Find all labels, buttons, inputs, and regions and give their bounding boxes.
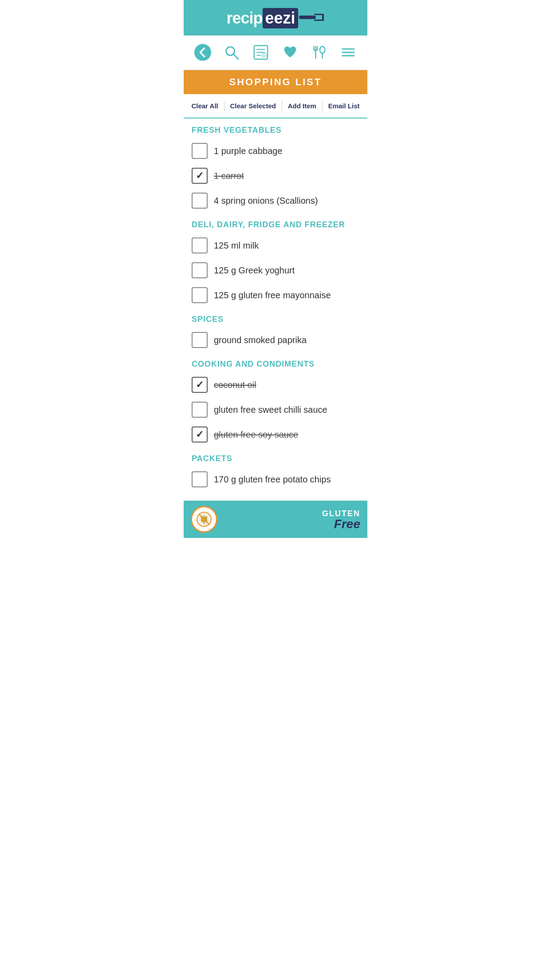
checkbox-0-0[interactable] (192, 143, 208, 159)
svg-rect-0 (299, 16, 316, 19)
menu-button[interactable] (338, 42, 359, 63)
list-item: coconut oil (190, 372, 361, 397)
clear-all-button[interactable]: Clear All (189, 100, 220, 111)
favorites-button[interactable] (279, 42, 301, 63)
add-item-button[interactable]: Add Item (285, 100, 319, 111)
category-header-0: FRESH VEGETABLES (190, 119, 361, 138)
shopping-list: FRESH VEGETABLES1 purple cabbage1 carrot… (184, 119, 367, 492)
checkbox-1-2[interactable] (192, 287, 208, 303)
category-header-2: SPICES (190, 308, 361, 328)
coeliac-badge-icon (197, 512, 212, 527)
svg-rect-11 (262, 53, 267, 57)
item-text-3-1: gluten free sweet chilli sauce (214, 404, 327, 415)
category-header-3: COOKING AND CONDIMENTS (190, 352, 361, 372)
action-bar: Clear All Clear Selected Add Item Email … (184, 94, 367, 119)
app-header: recip eezi (184, 0, 367, 36)
item-text-1-0: 125 ml milk (214, 240, 259, 251)
checkbox-1-0[interactable] (192, 237, 208, 253)
navigation-bar (184, 36, 367, 70)
app-logo: recip eezi (226, 8, 324, 28)
checkbox-3-0[interactable] (192, 377, 208, 393)
svg-point-14 (320, 47, 325, 53)
list-item: gluten free sweet chilli sauce (190, 397, 361, 422)
logo-highlight: eezi (263, 8, 298, 28)
item-text-1-2: 125 g gluten free mayonnaise (214, 290, 331, 300)
checkbox-2-0[interactable] (192, 332, 208, 348)
coeliac-badge (191, 506, 217, 533)
list-item: gluten free soy sauce (190, 422, 361, 447)
divider-3 (322, 101, 323, 111)
list-item: 125 ml milk (190, 233, 361, 258)
app-footer: GLUTEN Free (184, 501, 367, 538)
section-title: SHOPPING LIST (193, 76, 358, 88)
spatula-icon (298, 9, 325, 27)
search-button[interactable] (221, 42, 242, 63)
item-text-2-0: ground smoked paprika (214, 335, 307, 345)
section-title-bar: SHOPPING LIST (184, 70, 367, 94)
list-item: 170 g gluten free potato chips (190, 467, 361, 492)
item-text-1-1: 125 g Greek yoghurt (214, 265, 295, 276)
list-item: 4 spring onions (Scallions) (190, 188, 361, 213)
checkbox-4-0[interactable] (192, 471, 208, 487)
back-button[interactable] (192, 42, 213, 63)
category-header-4: PACKETS (190, 447, 361, 467)
item-text-4-0: 170 g gluten free potato chips (214, 474, 331, 485)
list-item: 125 g gluten free mayonnaise (190, 283, 361, 308)
clear-selected-button[interactable]: Clear Selected (228, 100, 279, 111)
svg-line-6 (233, 54, 238, 59)
list-item: 1 purple cabbage (190, 138, 361, 163)
gluten-free-label: GLUTEN Free (322, 509, 360, 530)
item-text-0-2: 4 spring onions (Scallions) (214, 195, 318, 206)
dining-button[interactable] (308, 42, 330, 63)
svg-rect-3 (322, 14, 324, 21)
logo-text-part1: recip (226, 9, 262, 28)
email-list-button[interactable]: Email List (326, 100, 362, 111)
checkbox-0-2[interactable] (192, 193, 208, 209)
item-text-3-2: gluten free soy sauce (214, 429, 298, 440)
list-item: 1 carrot (190, 163, 361, 188)
list-item: 125 g Greek yoghurt (190, 258, 361, 283)
checkbox-3-2[interactable] (192, 427, 208, 443)
list-item: ground smoked paprika (190, 328, 361, 352)
item-text-0-1: 1 carrot (214, 170, 244, 181)
list-button[interactable] (250, 42, 272, 63)
item-text-0-0: 1 purple cabbage (214, 146, 283, 156)
divider-1 (224, 101, 224, 111)
checkbox-1-1[interactable] (192, 262, 208, 278)
svg-point-4 (194, 44, 211, 61)
divider-2 (282, 101, 282, 111)
checkbox-3-1[interactable] (192, 402, 208, 418)
category-header-1: DELI, DAIRY, FRIDGE AND FREEZER (190, 213, 361, 233)
free-text: Free (322, 518, 360, 530)
checkbox-0-1[interactable] (192, 168, 208, 184)
item-text-3-0: coconut oil (214, 379, 256, 390)
